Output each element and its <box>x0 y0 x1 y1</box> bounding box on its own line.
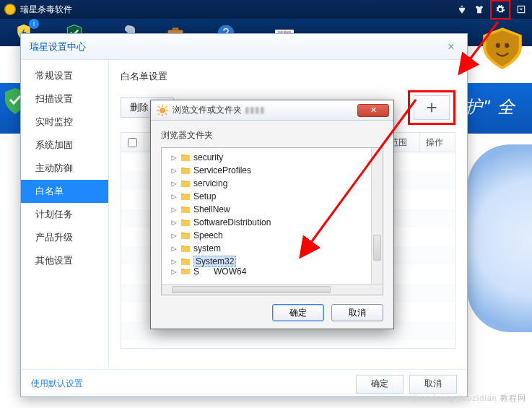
cancel-button[interactable]: 取消 <box>409 375 457 394</box>
folder-icon <box>180 153 191 162</box>
restore-defaults-link[interactable]: 使用默认设置 <box>31 378 83 390</box>
table-col-operate: 操作 <box>420 133 455 152</box>
folder-name: System32 <box>193 256 236 267</box>
svg-point-10 <box>160 108 165 113</box>
lion-badge-icon <box>479 25 526 72</box>
dialog-ok-button[interactable]: 确定 <box>272 304 324 321</box>
expand-icon[interactable]: ▷ <box>170 230 178 240</box>
expand-icon[interactable]: ▷ <box>170 204 178 214</box>
folder-tree: ▷security▷ServiceProfiles▷servicing▷Setu… <box>161 147 383 285</box>
sun-icon <box>157 105 168 116</box>
theme-icon[interactable] <box>455 3 468 16</box>
svg-line-16 <box>165 113 167 115</box>
expand-icon[interactable]: ▷ <box>170 256 178 266</box>
settings-sidebar: 常规设置扫描设置实时监控系统加固主动防御白名单计划任务产品升级其他设置 <box>21 60 109 369</box>
folder-icon <box>180 244 191 253</box>
tree-vscrollbar[interactable] <box>371 148 383 284</box>
folder-icon <box>180 205 191 214</box>
expand-icon[interactable]: ▷ <box>170 217 178 227</box>
notification-badge: ! <box>29 19 39 29</box>
panel-title: 白名单设置 <box>121 70 455 83</box>
browse-dialog: 浏览文件或文件夹▮▮▮▮ ✕ 浏览器文件夹 ▷security▷ServiceP… <box>150 100 394 329</box>
expand-icon[interactable]: ▷ <box>170 191 178 201</box>
sidebar-item-4[interactable]: 主动防御 <box>21 157 108 180</box>
sidebar-item-6[interactable]: 计划任务 <box>21 203 108 226</box>
folder-name: security <box>193 152 223 162</box>
dialog-title: 浏览文件或文件夹▮▮▮▮ <box>173 104 265 116</box>
expand-icon[interactable]: ▷ <box>170 152 178 162</box>
dropdown-icon[interactable] <box>515 3 528 16</box>
tree-row[interactable]: ▷servicing <box>170 177 371 190</box>
tree-row[interactable]: ▷System32 <box>170 255 371 268</box>
settings-window-title: 瑞星设置中心 <box>30 40 86 53</box>
folder-icon <box>180 218 191 227</box>
folder-icon <box>180 179 191 188</box>
folder-name: Setup <box>193 191 216 201</box>
folder-name: system <box>193 243 221 253</box>
tree-hscrollbar[interactable] <box>161 284 383 295</box>
expand-icon[interactable]: ▷ <box>170 165 178 175</box>
sidebar-item-1[interactable]: 扫描设置 <box>21 87 108 110</box>
sidebar-item-3[interactable]: 系统加固 <box>21 134 108 157</box>
dialog-label: 浏览器文件夹 <box>161 129 383 142</box>
folder-icon <box>180 231 191 240</box>
folder-icon <box>180 268 191 274</box>
app-titlebar: 瑞星杀毒软件 <box>0 0 532 19</box>
watermark: jiaocheng jiaozidian 教程网 <box>414 393 526 404</box>
tree-vscroll-thumb[interactable] <box>373 235 381 261</box>
tree-hscroll-thumb[interactable] <box>172 286 331 293</box>
dialog-close-button[interactable]: ✕ <box>357 104 389 117</box>
settings-footer: 使用默认设置 确定 取消 <box>21 369 467 398</box>
tree-row[interactable]: ▷S___WOW64 <box>170 268 371 274</box>
expand-icon[interactable]: ▷ <box>170 243 178 253</box>
close-icon[interactable]: × <box>444 40 458 54</box>
folder-name: SoftwareDistribution <box>193 217 271 227</box>
tree-row[interactable]: ▷security <box>170 151 371 164</box>
sidebar-item-5[interactable]: 白名单 <box>21 180 108 203</box>
svg-line-17 <box>165 106 167 108</box>
tree-row[interactable]: ▷Speech <box>170 229 371 242</box>
folder-name: Speech <box>193 230 223 240</box>
folder-icon <box>180 192 191 201</box>
svg-line-15 <box>158 106 160 108</box>
settings-button-highlight <box>490 0 510 19</box>
tree-row[interactable]: ▷ServiceProfiles <box>170 164 371 177</box>
add-button-highlight <box>408 90 455 125</box>
svg-point-8 <box>496 43 500 48</box>
add-button[interactable] <box>414 95 450 120</box>
expand-icon[interactable]: ▷ <box>170 268 178 274</box>
sidebar-item-7[interactable]: 产品升级 <box>21 226 108 249</box>
folder-icon <box>180 166 191 175</box>
app-logo-icon <box>4 4 16 15</box>
sidebar-item-0[interactable]: 常规设置 <box>21 64 108 87</box>
gear-icon[interactable] <box>494 3 507 16</box>
folder-name: S___WOW64 <box>193 268 246 274</box>
app-title: 瑞星杀毒软件 <box>20 4 72 16</box>
folder-icon <box>180 257 191 266</box>
folder-name: ShellNew <box>193 204 230 214</box>
tree-row[interactable]: ▷Setup <box>170 190 371 203</box>
select-all-checkbox[interactable] <box>128 138 137 147</box>
ok-button[interactable]: 确定 <box>356 375 404 394</box>
svg-line-18 <box>158 113 160 115</box>
svg-rect-1 <box>173 27 179 30</box>
select-all-checkbox-cell <box>121 133 144 152</box>
cloud-graphic <box>467 144 532 332</box>
hidden-tab-fragment: 病 <box>6 61 16 74</box>
dialog-cancel-button[interactable]: 取消 <box>331 304 383 321</box>
expand-icon[interactable]: ▷ <box>170 178 178 188</box>
skin-icon[interactable] <box>473 3 486 16</box>
svg-point-9 <box>505 43 509 48</box>
tree-row[interactable]: ▷SoftwareDistribution <box>170 216 371 229</box>
sidebar-item-8[interactable]: 其他设置 <box>21 249 108 272</box>
tree-row[interactable]: ▷ShellNew <box>170 203 371 216</box>
dialog-titlebar: 浏览文件或文件夹▮▮▮▮ ✕ <box>151 100 393 121</box>
settings-window-titlebar: 瑞星设置中心 × <box>21 34 467 60</box>
folder-name: servicing <box>193 178 227 188</box>
tree-row[interactable]: ▷system <box>170 242 371 255</box>
sidebar-item-2[interactable]: 实时监控 <box>21 110 108 134</box>
folder-name: ServiceProfiles <box>193 165 251 175</box>
